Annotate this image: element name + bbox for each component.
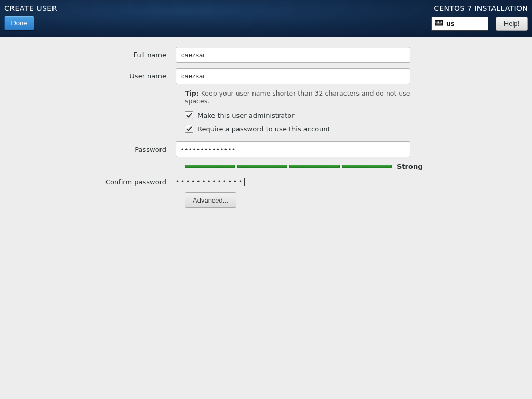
fullname-label: Full name bbox=[0, 51, 176, 59]
strength-segment bbox=[237, 165, 288, 168]
password-strength-label: Strong bbox=[397, 163, 420, 170]
username-input[interactable] bbox=[176, 68, 410, 84]
svg-rect-1 bbox=[436, 21, 437, 22]
svg-rect-8 bbox=[438, 22, 439, 23]
svg-rect-7 bbox=[437, 22, 438, 23]
confirm-password-input[interactable]: ••••••••••••• bbox=[176, 178, 410, 186]
help-button[interactable]: Help! bbox=[496, 17, 528, 31]
username-label: User name bbox=[0, 72, 176, 80]
svg-rect-11 bbox=[436, 24, 442, 25]
admin-checkbox-label[interactable]: Make this user administrator bbox=[197, 112, 295, 119]
username-tip: Tip: Keep your user name shorter than 32… bbox=[185, 89, 420, 105]
svg-rect-2 bbox=[437, 21, 438, 22]
content: Full name User name Tip: Keep your user … bbox=[0, 37, 532, 208]
svg-rect-5 bbox=[441, 21, 442, 22]
tip-prefix: Tip: bbox=[185, 89, 199, 97]
strength-segment bbox=[342, 165, 392, 168]
strength-segment bbox=[185, 165, 235, 168]
password-label: Password bbox=[0, 145, 176, 153]
svg-rect-10 bbox=[441, 22, 442, 23]
password-input[interactable] bbox=[176, 141, 410, 157]
require-password-checkbox[interactable] bbox=[185, 125, 193, 133]
strength-segment bbox=[289, 165, 340, 168]
admin-checkbox[interactable] bbox=[185, 111, 193, 119]
require-password-checkbox-label[interactable]: Require a password to use this account bbox=[197, 125, 330, 133]
keyboard-layout-select[interactable]: us bbox=[431, 17, 488, 31]
confirm-password-label: Confirm password bbox=[0, 178, 176, 186]
create-user-form: Full name User name Tip: Keep your user … bbox=[0, 47, 420, 208]
fullname-input[interactable] bbox=[176, 47, 410, 63]
svg-rect-6 bbox=[436, 22, 437, 23]
tip-text: Keep your user name shorter than 32 char… bbox=[185, 89, 410, 105]
checkmark-icon bbox=[186, 112, 192, 118]
page-title: CREATE USER bbox=[4, 4, 57, 12]
svg-rect-4 bbox=[440, 21, 441, 22]
svg-rect-9 bbox=[440, 22, 441, 23]
checkmark-icon bbox=[186, 126, 192, 132]
install-title: CENTOS 7 INSTALLATION bbox=[431, 4, 528, 12]
keyboard-icon bbox=[435, 20, 443, 28]
header: CREATE USER Done CENTOS 7 INSTALLATION u… bbox=[0, 0, 532, 37]
password-strength-meter bbox=[185, 165, 392, 168]
advanced-button[interactable]: Advanced... bbox=[185, 192, 236, 208]
svg-rect-3 bbox=[438, 21, 439, 22]
keyboard-layout-label: us bbox=[446, 20, 455, 28]
header-right: CENTOS 7 INSTALLATION us Help! bbox=[431, 4, 528, 31]
done-button[interactable]: Done bbox=[4, 16, 34, 30]
